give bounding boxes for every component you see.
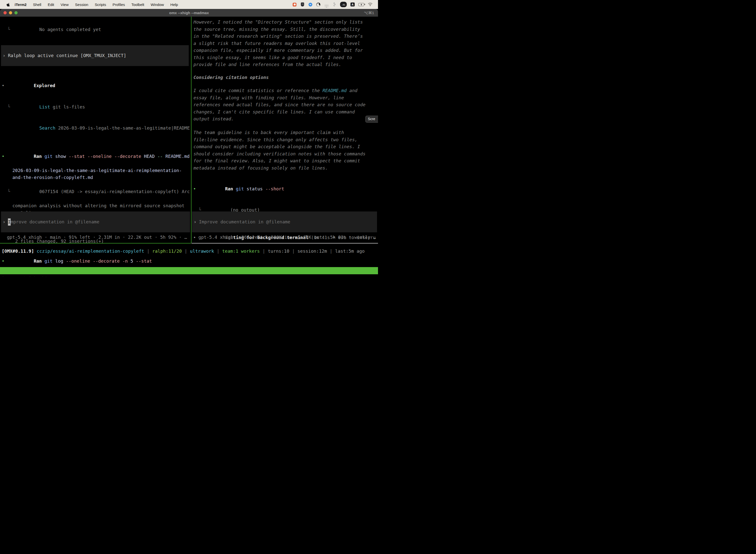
wifi-icon[interactable] [368, 2, 373, 7]
left-model-status-line: gpt-5.4 xhigh · main · 91% left · 2.31M … [7, 234, 190, 241]
cmd-token-sub: show [55, 154, 66, 159]
bullet-icon: • [2, 258, 4, 265]
cmd-token-sub: status [247, 186, 263, 191]
cmd-arg-wrap-line: 2026-03-09-is-legal-the-same-as-legitima… [0, 167, 190, 174]
input-source-icon[interactable]: A [351, 2, 355, 6]
menu-item-session[interactable]: Session [72, 2, 91, 7]
apple-menu-icon[interactable] [6, 2, 10, 7]
screen-overlay-toast[interactable]: Scre [365, 116, 378, 123]
cmd-token-head: HEAD [144, 154, 154, 159]
cmd-token-git: git [44, 258, 53, 264]
separator: | [292, 248, 295, 254]
tool-verb: Search [39, 125, 55, 130]
reasoning-paragraph: I could cite commit statistics or refere… [191, 87, 367, 123]
separator: | [262, 248, 265, 254]
left-pane-border [0, 243, 191, 243]
menu-item-shell[interactable]: Shell [30, 2, 44, 7]
right-model-status-line: gpt-5.4 xhigh · 96% left · 520K in · 5.8… [198, 234, 377, 241]
tree-branch-glyph: └ [7, 26, 10, 33]
explored-search-line: Search2026-03-09-is-legal-the-same-as-le… [0, 118, 190, 139]
menu-item-help[interactable]: Help [167, 2, 181, 7]
ralph-loop-text: Ralph loop active continue [OMX_TMUX_INJ… [1, 52, 189, 59]
bullet-icon: • [2, 153, 4, 160]
cmd-token-sep: -- [157, 154, 163, 159]
reasoning-paragraph: The team guideline is to back every impo… [191, 129, 367, 171]
team-workers-label: team:1 workers [222, 248, 260, 254]
cmd-token-flags: --stat [136, 258, 152, 264]
menu-bar-status-area: ..61 A [293, 2, 378, 7]
omx-status-bar: [OMX#0.11.9] cczip/essay/ai-reimplementa… [2, 248, 378, 255]
tool-verb: List [39, 104, 50, 109]
cmd-token-git: git [44, 154, 53, 159]
menu-item-edit[interactable]: Edit [44, 2, 57, 7]
tmux-session-label: [omx-cczip0:bash* [2, 274, 47, 277]
window-title-bar[interactable]: omx --xhigh --madmax ⌥⌘1 [0, 9, 378, 17]
moon-icon[interactable] [316, 2, 320, 7]
ultrawork-label: ultrawork [190, 248, 214, 254]
cmd-token-file: README.md [166, 154, 190, 159]
security-shield-icon[interactable] [300, 2, 305, 7]
left-prompt-input[interactable]: ›Improve documentation in @filename [1, 212, 190, 232]
iterm2-window: omx --xhigh --madmax ⌥⌘1 └No agents comp… [0, 9, 378, 277]
session-duration: session:12m [297, 248, 327, 254]
menu-item-view[interactable]: View [57, 2, 72, 7]
reasoning-paragraph: However, I noticed the "Directory Struct… [191, 19, 367, 68]
prompt-chevron-icon: › [3, 218, 5, 226]
window-title: omx --xhigh --madmax [0, 9, 378, 17]
prompt-text: Improve documentation in @filename [1, 218, 190, 226]
menu-item-window[interactable]: Window [147, 2, 167, 7]
separator: | [147, 248, 149, 254]
bullet-icon: • [193, 185, 196, 192]
omx-branch-path: cczip/essay/ai-reimplementation-copyleft [37, 248, 144, 254]
separator: | [330, 248, 332, 254]
window-shortcut-label: ⌥⌘1 [364, 9, 374, 17]
terminal-content: └No agents completed yet ›Ralph loop act… [0, 17, 378, 277]
text-cursor: I [8, 218, 11, 226]
ran-git-show-line: •Rangitshow--stat --oneline --decorateHE… [0, 146, 190, 167]
menu-item-iterm2[interactable]: iTerm2 [11, 2, 30, 7]
tree-branch-glyph: └ [7, 104, 10, 111]
separator: | [217, 248, 219, 254]
cmd-token-flags: --stat --oneline --decorate [69, 154, 141, 159]
cmd-token-sub: log [55, 258, 63, 264]
cmd-token-git: git [236, 186, 244, 191]
prompt-chevron-icon: › [194, 218, 196, 226]
ran-git-status-line: •Rangitstatus--short [191, 178, 376, 200]
last-activity-label: last:5m ago [335, 248, 365, 254]
sync-badge-icon[interactable] [308, 2, 313, 7]
cmd-token-n: 5 [130, 258, 133, 264]
right-prompt-input[interactable]: ›Improve documentation in @filename [192, 212, 377, 232]
bullet-icon: • [193, 234, 196, 241]
macos-menu-bar: iTerm2 Shell Edit View Session Scripts P… [0, 0, 378, 9]
menu-item-profiles[interactable]: Profiles [109, 2, 128, 7]
explored-list-line: └Listgit ls-files [0, 96, 190, 118]
cmd-output-line: └067f154 (HEAD -> essay/ai-reimplementat… [0, 181, 190, 203]
omx-version-label: [OMX#0.11.9] [2, 248, 34, 254]
battery-icon[interactable] [359, 2, 364, 7]
cmd-arg-wrap-line: and-the-erosion-of-copyleft.md [0, 174, 190, 181]
menu-item-scripts[interactable]: Scripts [91, 2, 109, 7]
dot-grid-icon[interactable] [324, 2, 328, 7]
explored-header-line: •Explored [0, 75, 190, 97]
battery-percent-badge[interactable]: ..61 [340, 2, 347, 7]
readme-file-reference: README.md [322, 88, 347, 93]
prompt-text: Improve documentation in @filename [192, 218, 377, 226]
cmd-output-line: companion analysis without altering the … [0, 202, 190, 210]
pane-divider[interactable] [191, 17, 191, 243]
ralph-loop-banner[interactable]: ›Ralph loop active continue [OMX_TMUX_IN… [1, 45, 189, 66]
bullet-icon: • [2, 82, 4, 89]
cmd-token-flags: --oneline --decorate -n [66, 258, 128, 264]
right-agent-pane: However, I noticed the "Directory Struct… [191, 17, 378, 248]
turns-counter: turns:10 [268, 248, 290, 254]
menu-item-toolbelt[interactable]: Toolbelt [128, 2, 147, 7]
left-agent-pane: └No agents completed yet ›Ralph loop act… [0, 17, 191, 277]
agents-status-line: └No agents completed yet [0, 19, 190, 40]
tree-branch-glyph: └ [7, 188, 10, 195]
separator: | [185, 248, 187, 254]
right-pane-border [191, 243, 378, 243]
screen-recording-icon[interactable] [293, 2, 297, 7]
squiggle-icon[interactable] [332, 2, 336, 7]
prompt-chevron-icon: › [3, 52, 5, 59]
cmd-token-flags: --short [265, 186, 284, 191]
reasoning-heading: Considering citation options [191, 74, 376, 81]
